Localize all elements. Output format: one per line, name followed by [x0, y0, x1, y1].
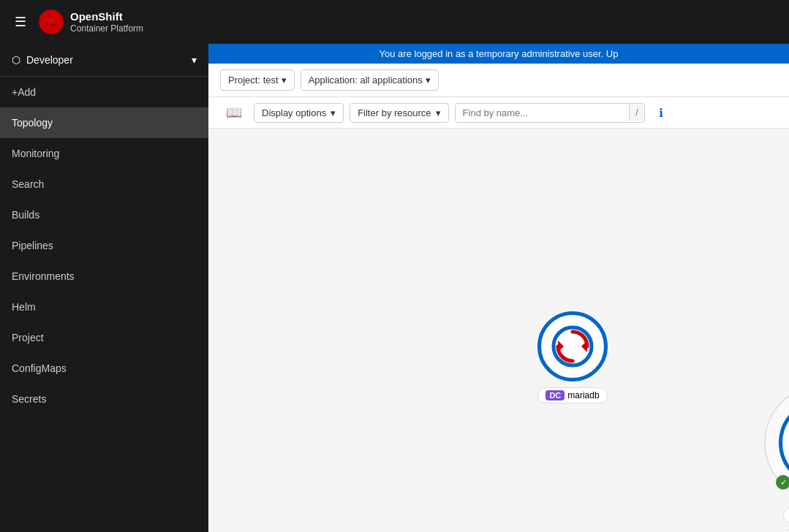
brand-platform-label: Container Platform	[70, 23, 143, 34]
developer-icon: ⬡	[12, 54, 20, 66]
java-sample-label: D java-sample	[783, 507, 789, 523]
sidebar-item-search[interactable]: Search	[0, 169, 208, 200]
content-area: You are logged in as a temporary adminis…	[208, 44, 789, 532]
main-layout: ⬡ Developer ▾ +Add Topology Monitoring S…	[0, 44, 789, 532]
sidebar-item-monitoring[interactable]: Monitoring	[0, 138, 208, 169]
sidebar-item-pipelines[interactable]: Pipelines	[0, 230, 208, 261]
sidebar-item-add[interactable]: +Add	[0, 77, 208, 107]
mariadb-node[interactable]: DC mariadb	[537, 311, 608, 403]
info-icon: ℹ	[659, 106, 663, 120]
project-selector[interactable]: Project: test ▾	[220, 69, 295, 91]
brand-text: OpenShift Container Platform	[70, 10, 143, 34]
sidebar-item-project[interactable]: Project	[0, 322, 208, 353]
sidebar-item-builds[interactable]: Builds	[0, 200, 208, 230]
book-icon-button[interactable]: 📖	[220, 102, 248, 123]
hamburger-icon[interactable]: ☰	[12, 11, 29, 33]
sidebar-item-configmaps[interactable]: ConfigMaps	[0, 353, 208, 384]
java-sample-node[interactable]: ↗ ✓ ⊙ D java-sample A sample-app	[764, 384, 789, 532]
brand-logo: OpenShift Container Platform	[38, 9, 143, 35]
info-icon-button[interactable]: ℹ	[651, 102, 671, 123]
sidebar-developer-toggle[interactable]: ⬡ Developer ▾	[0, 44, 208, 77]
admin-banner: You are logged in as a temporary adminis…	[208, 44, 789, 64]
svg-marker-5	[558, 341, 564, 352]
mariadb-name: mariadb	[567, 390, 599, 400]
svg-point-2	[47, 18, 56, 23]
mariadb-label: DC mariadb	[537, 387, 607, 403]
app-label: Application: all applications	[309, 75, 423, 86]
mariadb-sync-circle	[537, 311, 608, 381]
dc-badge: DC	[545, 390, 565, 400]
chevron-down-icon: ▾	[192, 54, 197, 66]
display-options-chevron-icon: ▾	[331, 107, 336, 118]
sidebar-developer-left: ⬡ Developer	[12, 54, 73, 66]
find-slash-badge: /	[629, 104, 643, 121]
toolbar-row2: 📖 Display options ▾ Filter by resource ▾…	[208, 97, 789, 129]
display-options-button[interactable]: Display options ▾	[254, 103, 344, 123]
java-outer-ring: ↗ ✓ ⊙	[764, 384, 789, 501]
svg-marker-4	[581, 341, 587, 352]
sidebar-item-helm[interactable]: Helm	[0, 292, 208, 322]
sync-icon	[551, 324, 594, 368]
filter-chevron-icon: ▾	[436, 107, 441, 118]
project-chevron-icon: ▾	[282, 75, 287, 86]
find-input-wrap: /	[455, 103, 645, 123]
find-by-name-input[interactable]	[456, 104, 630, 122]
red-hat-logo-icon	[38, 9, 64, 35]
filter-by-resource-button[interactable]: Filter by resource ▾	[350, 103, 448, 123]
project-label: Project: test	[228, 75, 279, 86]
sidebar: ⬡ Developer ▾ +Add Topology Monitoring S…	[0, 44, 208, 532]
topology-canvas[interactable]: DC mariadb	[208, 129, 789, 532]
sidebar-item-topology[interactable]: Topology	[0, 107, 208, 138]
sample-app-label: A sample-app	[784, 529, 789, 532]
java-inner-ring	[779, 399, 789, 487]
book-icon: 📖	[226, 104, 242, 121]
app-chevron-icon: ▾	[426, 75, 431, 86]
app-selector[interactable]: Application: all applications ▾	[301, 69, 439, 91]
filter-by-resource-label: Filter by resource	[358, 107, 431, 118]
display-options-label: Display options	[262, 107, 326, 118]
sidebar-item-environments[interactable]: Environments	[0, 261, 208, 292]
navbar: ☰ OpenShift Container Platform	[0, 0, 789, 44]
brand-openshift-label: OpenShift	[70, 10, 143, 23]
sidebar-developer-label: Developer	[26, 54, 73, 66]
check-badge: ✓	[776, 475, 789, 490]
toolbar-row1: Project: test ▾ Application: all applica…	[208, 64, 789, 97]
sidebar-item-secrets[interactable]: Secrets	[0, 384, 208, 414]
